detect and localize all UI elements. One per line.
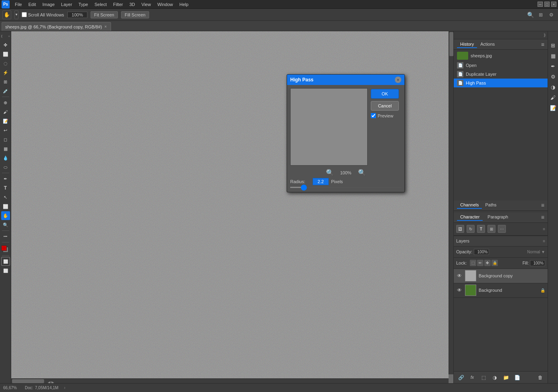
- menu-view[interactable]: View: [139, 1, 154, 8]
- menu-image[interactable]: Image: [40, 1, 58, 8]
- close-btn[interactable]: ×: [551, 2, 556, 7]
- zoom-in-btn[interactable]: 🔍: [357, 169, 367, 176]
- heal-tool[interactable]: ⊕: [1, 98, 10, 107]
- history-brush-tool[interactable]: ↩: [1, 126, 10, 135]
- text-tool[interactable]: T: [1, 184, 10, 192]
- dialog-close-btn[interactable]: ×: [395, 77, 401, 83]
- ok-btn[interactable]: OK: [371, 89, 399, 99]
- actions-tab[interactable]: Actions: [477, 41, 498, 48]
- char-rotate-icon[interactable]: ↻: [467, 225, 475, 233]
- quick-select-tool[interactable]: ⚡: [1, 68, 10, 77]
- hand-tool-dropdown[interactable]: ▼: [14, 10, 18, 19]
- menu-3d[interactable]: 3D: [127, 1, 138, 8]
- paths-icon[interactable]: ✒: [549, 62, 558, 71]
- opacity-input[interactable]: [474, 249, 489, 255]
- crop-tool[interactable]: ⊞: [1, 77, 10, 86]
- link-layers-btn[interactable]: 🔗: [457, 374, 465, 382]
- radius-slider[interactable]: [290, 187, 401, 188]
- scroll-right[interactable]: ▶: [51, 380, 54, 383]
- paths-tab[interactable]: Paths: [482, 202, 499, 209]
- channels-icon[interactable]: ▦: [549, 51, 558, 60]
- menu-window[interactable]: Window: [154, 1, 176, 8]
- char-panel-menu-icon[interactable]: ≡: [541, 214, 544, 220]
- brush-tool[interactable]: 🖌: [1, 107, 10, 116]
- preview-checkbox[interactable]: [371, 113, 376, 118]
- restore-btn[interactable]: □: [544, 2, 550, 7]
- char-panel-menu2[interactable]: ≡: [543, 227, 545, 231]
- history-item-duplicate[interactable]: 📄 Duplicate Layer: [454, 70, 548, 79]
- menu-edit[interactable]: Edit: [26, 1, 39, 8]
- minimize-btn[interactable]: ─: [538, 2, 543, 7]
- marquee-tool[interactable]: ⬜: [1, 50, 10, 59]
- delete-layer-btn[interactable]: 🗑: [536, 374, 544, 382]
- search-icon[interactable]: 🔍: [526, 10, 535, 19]
- history-item-highpass[interactable]: 📄 High Pass: [454, 79, 548, 87]
- lock-transparency-btn[interactable]: ⬚: [470, 260, 476, 266]
- menu-select[interactable]: Select: [92, 1, 110, 8]
- gradient-tool[interactable]: ▦: [1, 144, 10, 153]
- h-scrollbar-thumb[interactable]: [12, 379, 44, 383]
- scroll-left[interactable]: ◀: [48, 380, 51, 383]
- clone-icon[interactable]: 📝: [549, 103, 558, 112]
- menu-help[interactable]: Help: [177, 1, 192, 8]
- shape-tool[interactable]: ⬜: [1, 202, 10, 211]
- layer-item-background-copy[interactable]: 👁 Background copy: [454, 269, 548, 283]
- fill-input[interactable]: [530, 260, 545, 266]
- hand-tool-icon[interactable]: ✋: [2, 10, 11, 19]
- style-icon[interactable]: ◑: [549, 83, 558, 91]
- extra-tools[interactable]: •••: [1, 232, 10, 241]
- history-panel-menu-icon[interactable]: ≡: [541, 41, 544, 48]
- document-tab[interactable]: sheeps.jpg @ 66,7% (Background copy, RGB…: [2, 22, 111, 31]
- menu-layer[interactable]: Layer: [58, 1, 75, 8]
- zoom-input[interactable]: [67, 12, 87, 18]
- menu-type[interactable]: Type: [76, 1, 91, 8]
- v-scrollbar-thumb[interactable]: [449, 32, 453, 56]
- channels-tab[interactable]: Channels: [457, 202, 482, 209]
- adjustment-layer-btn[interactable]: ◑: [491, 374, 499, 382]
- options-icon[interactable]: ⚙: [547, 10, 556, 19]
- channels-panel-menu-icon[interactable]: ≡: [541, 202, 544, 208]
- zoom-out-btn[interactable]: 🔍: [325, 169, 335, 176]
- brush-icon[interactable]: 🖌: [549, 93, 558, 102]
- layers-menu-icon[interactable]: ≡: [543, 239, 545, 243]
- char-image-icon[interactable]: 🖼: [456, 225, 464, 233]
- lock-image-btn[interactable]: ✏: [477, 260, 483, 266]
- fit-screen-btn[interactable]: Fit Screen: [91, 11, 118, 18]
- history-item-open[interactable]: 📄 Open: [454, 61, 548, 70]
- toolbar-close-icon[interactable]: ×: [8, 34, 10, 38]
- history-snapshot[interactable]: sheeps.jpg: [454, 51, 548, 61]
- layer-visibility-1[interactable]: 👁: [456, 273, 463, 279]
- stamp-tool[interactable]: 📝: [1, 117, 10, 125]
- char-transform-icon[interactable]: ⊞: [487, 225, 495, 233]
- color-swatches[interactable]: [1, 245, 10, 254]
- status-arrow[interactable]: ›: [64, 386, 65, 390]
- layer-fx-btn[interactable]: fx: [468, 374, 476, 382]
- char-more-icon[interactable]: ⋯: [498, 225, 506, 233]
- scroll-all-windows-check[interactable]: Scroll All Windows: [22, 12, 64, 17]
- pen-tool[interactable]: ✒: [1, 174, 10, 183]
- menu-file[interactable]: File: [12, 1, 25, 8]
- lock-all-btn[interactable]: 🔒: [491, 260, 498, 266]
- new-layer-btn[interactable]: 📄: [513, 374, 521, 382]
- quick-mask-btn[interactable]: ⬜: [1, 257, 10, 266]
- panel-collapse-left-icon[interactable]: ⟫: [544, 33, 546, 37]
- hand-tool[interactable]: ✋: [1, 211, 10, 220]
- lasso-tool[interactable]: ◌: [1, 59, 10, 68]
- screen-mode-btn[interactable]: ⬜: [1, 266, 10, 275]
- grid-icon[interactable]: ⊞: [549, 41, 558, 50]
- add-mask-btn[interactable]: ⬚: [479, 374, 487, 382]
- path-selection-tool[interactable]: ↖: [1, 193, 10, 202]
- blur-tool[interactable]: 💧: [1, 154, 10, 162]
- fill-screen-btn[interactable]: Fill Screen: [121, 11, 149, 18]
- char-text-icon[interactable]: T: [477, 225, 485, 233]
- new-group-btn[interactable]: 📁: [502, 374, 510, 382]
- eraser-tool[interactable]: ◻: [1, 135, 10, 144]
- history-tab[interactable]: History: [457, 41, 477, 48]
- zoom-tool[interactable]: 🔍: [1, 220, 10, 229]
- cancel-btn[interactable]: Cancel: [371, 101, 399, 111]
- toolbar-collapse-icon[interactable]: ⟪: [1, 34, 2, 38]
- paragraph-tab[interactable]: Paragraph: [484, 214, 511, 221]
- adjust-icon[interactable]: ⚙: [549, 72, 558, 81]
- move-tool[interactable]: ✤: [1, 40, 10, 49]
- layer-item-background[interactable]: 👁 Background 🔒: [454, 283, 548, 298]
